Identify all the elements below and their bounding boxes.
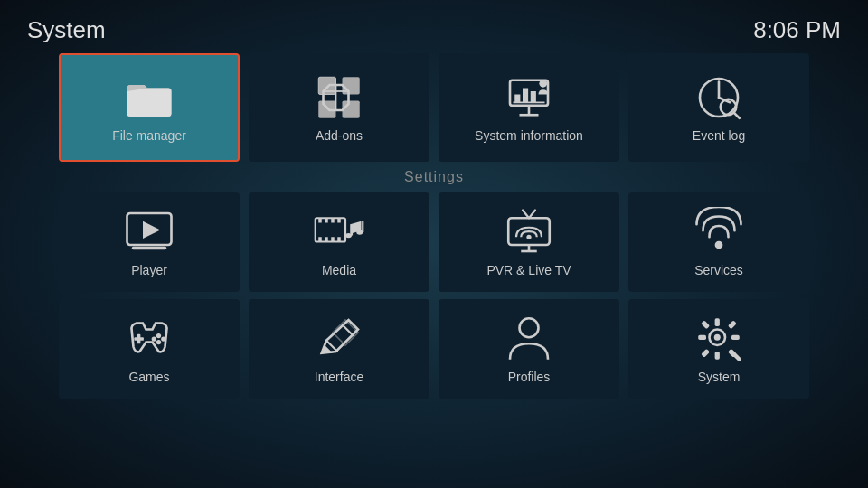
settings-label: Settings <box>27 169 841 185</box>
svg-rect-58 <box>698 335 706 340</box>
svg-rect-61 <box>728 320 737 329</box>
tile-interface-label: Interface <box>315 370 363 384</box>
pvr-icon <box>504 207 554 258</box>
svg-rect-5 <box>343 101 360 118</box>
svg-rect-46 <box>134 337 144 341</box>
event-log-icon <box>693 72 744 123</box>
svg-point-44 <box>715 241 723 249</box>
tile-services[interactable]: Services <box>628 192 809 292</box>
page-title: System <box>27 16 106 44</box>
svg-rect-31 <box>325 237 328 241</box>
svg-rect-28 <box>331 218 335 222</box>
media-icon <box>314 207 364 258</box>
svg-rect-33 <box>337 237 341 241</box>
system-info-icon <box>504 72 554 123</box>
top-row: File manager Add-ons <box>0 53 868 162</box>
header: System 8:06 PM <box>0 0 868 53</box>
svg-marker-23 <box>143 221 160 239</box>
tile-add-ons-label: Add-ons <box>316 128 363 143</box>
svg-rect-14 <box>531 91 536 102</box>
tile-system-information[interactable]: System information <box>439 53 619 162</box>
svg-rect-32 <box>331 237 335 241</box>
svg-rect-27 <box>325 218 328 222</box>
svg-rect-12 <box>514 95 520 103</box>
svg-line-64 <box>731 352 740 360</box>
svg-point-43 <box>526 235 531 239</box>
settings-row-1: Player <box>27 192 841 292</box>
svg-rect-57 <box>715 352 720 360</box>
svg-rect-56 <box>715 318 720 326</box>
settings-section: Settings Player <box>0 169 868 399</box>
tile-system-label: System <box>698 370 741 384</box>
tile-file-manager[interactable]: File manager <box>59 53 240 162</box>
svg-point-47 <box>156 333 161 338</box>
tile-pvr-label: PVR & Live TV <box>486 263 571 277</box>
settings-row-2: Games Interface <box>27 299 841 399</box>
tile-pvr-live-tv[interactable]: PVR & Live TV <box>439 192 619 292</box>
tile-system[interactable]: System <box>628 299 809 399</box>
svg-rect-29 <box>337 218 341 222</box>
games-icon <box>124 314 175 364</box>
player-icon <box>124 207 175 258</box>
tile-media[interactable]: Media <box>249 192 429 292</box>
svg-rect-26 <box>318 218 322 222</box>
tile-add-ons[interactable]: Add-ons <box>249 53 429 162</box>
svg-rect-13 <box>523 89 528 103</box>
profiles-icon <box>504 314 554 364</box>
svg-line-21 <box>734 113 740 118</box>
svg-point-16 <box>539 80 547 88</box>
clock: 8:06 PM <box>753 16 841 44</box>
tile-media-label: Media <box>322 263 356 277</box>
svg-point-50 <box>152 336 156 341</box>
tile-event-log-label: Event log <box>693 128 745 143</box>
tile-games[interactable]: Games <box>59 299 240 399</box>
svg-rect-59 <box>731 335 740 340</box>
tile-player[interactable]: Player <box>59 192 240 292</box>
svg-rect-60 <box>701 320 710 329</box>
tile-interface[interactable]: Interface <box>249 299 429 399</box>
tile-player-label: Player <box>131 263 167 277</box>
tile-services-label: Services <box>694 263 743 277</box>
services-icon <box>693 207 744 258</box>
folder-icon <box>124 72 175 123</box>
tile-file-manager-label: File manager <box>112 128 186 143</box>
svg-rect-1 <box>127 89 172 117</box>
tile-profiles[interactable]: Profiles <box>439 299 619 399</box>
addons-icon <box>314 72 364 123</box>
interface-icon <box>314 314 364 364</box>
system-settings-icon <box>693 314 744 364</box>
tile-event-log[interactable]: Event log <box>628 53 809 162</box>
svg-rect-62 <box>701 349 710 358</box>
tile-games-label: Games <box>128 370 169 384</box>
svg-point-53 <box>520 318 539 337</box>
svg-point-49 <box>156 340 161 344</box>
svg-point-48 <box>161 336 165 341</box>
tile-profiles-label: Profiles <box>508 370 551 384</box>
svg-point-55 <box>714 334 721 341</box>
tile-system-information-label: System information <box>475 128 583 143</box>
svg-rect-30 <box>318 237 322 241</box>
